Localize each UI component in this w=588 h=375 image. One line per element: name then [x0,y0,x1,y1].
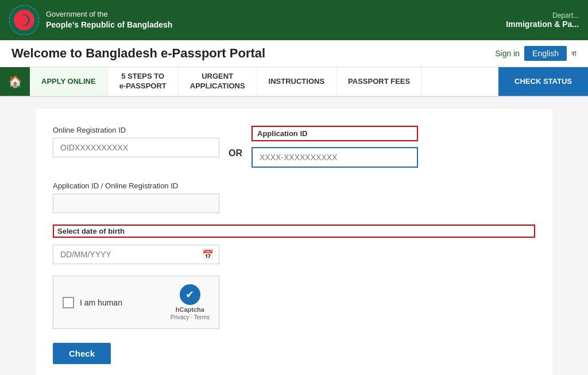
nav-item-check-status[interactable]: CHECK STATUS [498,67,588,96]
captcha-links: Privacy · Terms [171,314,210,320]
dept-label: Depart... [506,11,579,20]
top-bar: Welcome to Bangladesh e-Passport Portal … [0,40,588,67]
captcha-box[interactable]: I am human ✔ hCaptcha Privacy · Terms [53,276,219,329]
registration-row: Online Registration ID OR Application ID [53,126,535,168]
nav-item-instructions[interactable]: INSTRUCTIONS [257,67,337,96]
captcha-privacy-link[interactable]: Privacy [171,314,189,320]
captcha-checkbox[interactable] [63,297,74,308]
captcha-terms-link[interactable]: Terms [194,314,210,320]
home-nav-button[interactable]: 🏠 [0,67,30,96]
dob-input[interactable] [53,245,219,264]
combined-id-input[interactable] [53,194,219,213]
combined-id-group: Application ID / Online Registration ID [53,181,535,213]
page-header: Government of the People's Republic of B… [0,0,588,40]
home-icon: 🏠 [8,75,22,88]
application-id-group: Application ID [252,126,418,168]
combined-id-label: Application ID / Online Registration ID [53,181,535,190]
svg-point-3 [18,15,28,25]
check-button[interactable]: Check [53,343,111,364]
captcha-right: ✔ hCaptcha Privacy · Terms [171,284,210,320]
lang-english-button[interactable]: English [524,46,567,61]
captcha-label: I am human [80,298,122,307]
sign-in-link[interactable]: Sign in [495,49,520,58]
header-left: Government of the People's Republic of B… [9,5,172,35]
header-right: Depart... Immigration & Pa... [506,11,579,29]
online-reg-label: Online Registration ID [53,126,219,134]
or-divider: OR [229,136,242,158]
main-content: Online Registration ID OR Application ID… [36,109,552,375]
header-title: Government of the People's Republic of B… [46,9,172,31]
application-id-label-box: Application ID [252,126,418,141]
nav-item-passport-fees[interactable]: PASSPORT FEES [336,67,422,96]
main-nav: 🏠 APPLY ONLINE 5 STEPS TOe-PASSPORT URGE… [0,67,588,97]
dob-input-wrapper: 📅 [53,245,219,264]
top-bar-actions: Sign in English বা [495,46,577,61]
dob-group: Select date of birth 📅 [53,225,535,264]
nav-item-urgent-applications[interactable]: URGENTAPPLICATIONS [179,67,257,96]
nav-item-5-steps[interactable]: 5 STEPS TOe-PASSPORT [108,67,179,96]
portal-title: Welcome to Bangladesh e-Passport Portal [11,46,265,61]
online-reg-input[interactable] [53,138,219,157]
captcha-left: I am human [63,297,122,308]
hcaptcha-logo: ✔ [180,284,200,305]
dob-label-box: Select date of birth [53,225,535,238]
captcha-name: hCaptcha [176,306,204,313]
nav-item-apply-online[interactable]: APPLY ONLINE [30,67,108,96]
online-reg-group: Online Registration ID [53,126,219,157]
gov-logo [9,5,39,35]
dept-name: Immigration & Pa... [506,20,579,29]
application-id-input[interactable] [252,147,418,168]
lang-bangla-button[interactable]: বা [571,49,577,59]
